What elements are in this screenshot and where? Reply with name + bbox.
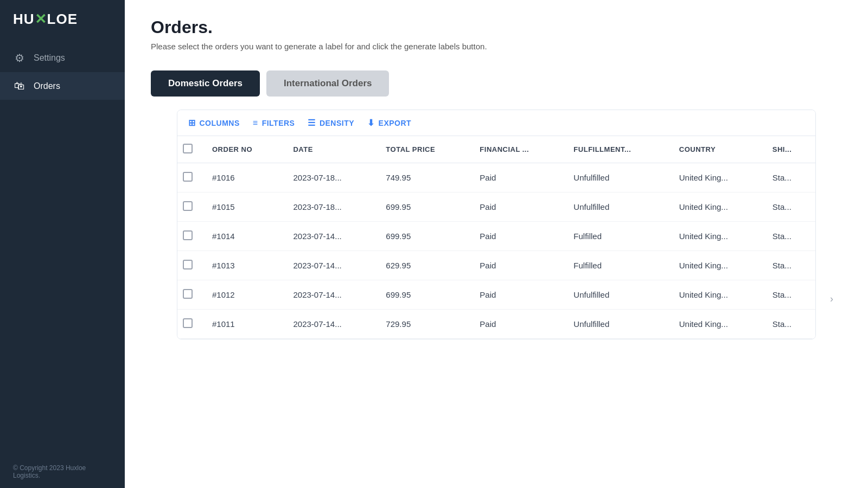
filters-toolbar-item[interactable]: ≡ FILTERS xyxy=(253,118,295,128)
cell-total-price: 749.95 xyxy=(377,163,471,192)
sidebar-item-settings-label: Settings xyxy=(34,53,65,63)
row-checkbox-cell xyxy=(177,163,203,192)
table-toolbar: ⊞ COLUMNS ≡ FILTERS ☰ DENSITY ⬇ EXPORT xyxy=(177,110,815,136)
table-body: #1016 2023-07-18... 749.95 Paid Unfulfil… xyxy=(177,163,815,339)
table-row[interactable]: #1011 2023-07-14... 729.95 Paid Unfulfil… xyxy=(177,310,815,339)
page-subtitle: Please select the orders you want to gen… xyxy=(151,42,842,51)
header-financial: FINANCIAL ... xyxy=(471,136,565,163)
sidebar: HU✕LOE ⚙ Settings 🛍 Orders © Copyright 2… xyxy=(0,0,125,488)
cell-country: United King... xyxy=(671,310,764,339)
cell-shi: Sta... xyxy=(764,310,815,339)
sidebar-nav: ⚙ Settings 🛍 Orders xyxy=(0,38,125,455)
cell-total-price: 699.95 xyxy=(377,280,471,310)
columns-toolbar-item[interactable]: ⊞ COLUMNS xyxy=(188,118,240,128)
cell-order-no: #1011 xyxy=(203,310,284,339)
cell-country: United King... xyxy=(671,163,764,192)
row-checkbox-cell xyxy=(177,251,203,280)
cell-financial: Paid xyxy=(471,163,565,192)
cell-financial: Paid xyxy=(471,310,565,339)
table-row[interactable]: #1016 2023-07-18... 749.95 Paid Unfulfil… xyxy=(177,163,815,192)
filters-label: FILTERS xyxy=(262,119,295,127)
header-fulfillment: FULFILLMENT... xyxy=(565,136,670,163)
cell-date: 2023-07-18... xyxy=(284,192,377,222)
table-row[interactable]: #1014 2023-07-14... 699.95 Paid Fulfille… xyxy=(177,222,815,251)
cell-order-no: #1012 xyxy=(203,280,284,310)
cell-country: United King... xyxy=(671,192,764,222)
row-checkbox-cell xyxy=(177,310,203,339)
gear-icon: ⚙ xyxy=(13,52,26,65)
export-label: EXPORT xyxy=(379,119,412,127)
cell-financial: Paid xyxy=(471,222,565,251)
cell-shi: Sta... xyxy=(764,192,815,222)
table-wrapper: ORDER NO DATE TOTAL PRICE FINANCIAL ... … xyxy=(177,136,815,339)
cell-date: 2023-07-14... xyxy=(284,222,377,251)
cell-fulfillment: Unfulfilled xyxy=(565,192,670,222)
row-checkbox-cell xyxy=(177,280,203,310)
header-order-no: ORDER NO xyxy=(203,136,284,163)
header-shi: SHI... xyxy=(764,136,815,163)
table-row[interactable]: #1015 2023-07-18... 699.95 Paid Unfulfil… xyxy=(177,192,815,222)
columns-icon: ⊞ xyxy=(188,118,196,128)
cell-fulfillment: Fulfilled xyxy=(565,251,670,280)
header-country: COUNTRY xyxy=(671,136,764,163)
cell-financial: Paid xyxy=(471,280,565,310)
row-checkbox[interactable] xyxy=(183,201,193,211)
cell-date: 2023-07-14... xyxy=(284,310,377,339)
logo-text: HU✕LOE xyxy=(13,11,78,28)
sidebar-footer: © Copyright 2023 Huxloe Logistics. xyxy=(0,455,125,488)
cell-shi: Sta... xyxy=(764,163,815,192)
header-checkbox[interactable] xyxy=(183,144,193,153)
cell-date: 2023-07-14... xyxy=(284,251,377,280)
cell-order-no: #1016 xyxy=(203,163,284,192)
cell-fulfillment: Unfulfilled xyxy=(565,163,670,192)
tab-international-orders[interactable]: International Orders xyxy=(266,70,389,97)
header-total-price: TOTAL PRICE xyxy=(377,136,471,163)
row-checkbox[interactable] xyxy=(183,230,193,240)
cell-total-price: 699.95 xyxy=(377,222,471,251)
table-row[interactable]: #1012 2023-07-14... 699.95 Paid Unfulfil… xyxy=(177,280,815,310)
tab-domestic-orders[interactable]: Domestic Orders xyxy=(151,70,260,97)
export-toolbar-item[interactable]: ⬇ EXPORT xyxy=(367,118,411,128)
logo: HU✕LOE xyxy=(0,0,125,38)
orders-table: ORDER NO DATE TOTAL PRICE FINANCIAL ... … xyxy=(177,136,815,339)
cell-country: United King... xyxy=(671,222,764,251)
row-checkbox[interactable] xyxy=(183,172,193,182)
row-checkbox[interactable] xyxy=(183,260,193,269)
cell-order-no: #1013 xyxy=(203,251,284,280)
cell-date: 2023-07-14... xyxy=(284,280,377,310)
cell-order-no: #1014 xyxy=(203,222,284,251)
sidebar-item-settings[interactable]: ⚙ Settings xyxy=(0,44,125,72)
density-icon: ☰ xyxy=(308,118,316,128)
cell-total-price: 629.95 xyxy=(377,251,471,280)
cell-shi: Sta... xyxy=(764,280,815,310)
page-title: Orders. xyxy=(151,17,842,37)
page-header: Orders. Please select the orders you wan… xyxy=(125,0,868,62)
shopping-bag-icon: 🛍 xyxy=(13,80,26,92)
row-checkbox-cell xyxy=(177,222,203,251)
export-icon: ⬇ xyxy=(367,118,375,128)
row-checkbox[interactable] xyxy=(183,318,193,328)
cell-fulfillment: Fulfilled xyxy=(565,222,670,251)
cell-country: United King... xyxy=(671,280,764,310)
cell-financial: Paid xyxy=(471,192,565,222)
cell-fulfillment: Unfulfilled xyxy=(565,310,670,339)
density-toolbar-item[interactable]: ☰ DENSITY xyxy=(308,118,354,128)
density-label: DENSITY xyxy=(320,119,354,127)
cell-shi: Sta... xyxy=(764,222,815,251)
cell-shi: Sta... xyxy=(764,251,815,280)
chevron-right-icon[interactable]: › xyxy=(830,293,833,305)
filter-icon: ≡ xyxy=(253,118,258,128)
table-header: ORDER NO DATE TOTAL PRICE FINANCIAL ... … xyxy=(177,136,815,163)
columns-label: COLUMNS xyxy=(200,119,240,127)
cell-order-no: #1015 xyxy=(203,192,284,222)
main-content: Orders. Please select the orders you wan… xyxy=(125,0,868,488)
sidebar-item-orders[interactable]: 🛍 Orders xyxy=(0,72,125,100)
logo-x: ✕ xyxy=(35,11,47,27)
row-checkbox[interactable] xyxy=(183,289,193,299)
header-date: DATE xyxy=(284,136,377,163)
header-checkbox-col xyxy=(177,136,203,163)
cell-country: United King... xyxy=(671,251,764,280)
orders-table-section: ⊞ COLUMNS ≡ FILTERS ☰ DENSITY ⬇ EXPORT xyxy=(177,110,816,339)
cell-fulfillment: Unfulfilled xyxy=(565,280,670,310)
table-row[interactable]: #1013 2023-07-14... 629.95 Paid Fulfille… xyxy=(177,251,815,280)
